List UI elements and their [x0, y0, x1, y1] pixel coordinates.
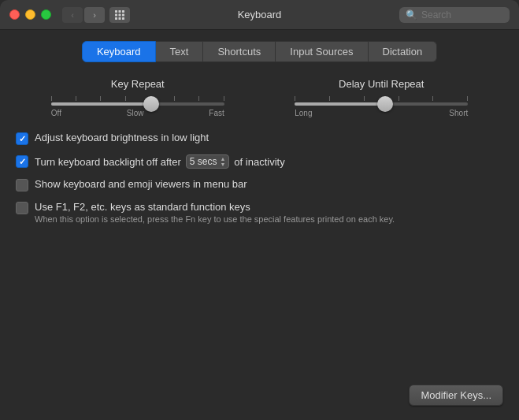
option-emoji: Show keyboard and emoji viewers in menu …: [16, 178, 503, 191]
sliders-section: Key Repeat Off Slow Fast: [16, 78, 503, 117]
fn-keys-sublabel: When this option is selected, press the …: [35, 214, 395, 224]
search-box[interactable]: 🔍: [399, 7, 510, 23]
emoji-label: Show keyboard and emoji viewers in menu …: [35, 178, 247, 190]
key-repeat-track[interactable]: [51, 102, 224, 106]
traffic-lights: [9, 9, 51, 20]
svg-rect-7: [119, 17, 121, 20]
search-icon: 🔍: [406, 9, 417, 20]
svg-rect-2: [122, 10, 124, 13]
nav-arrows: ‹ ›: [62, 7, 105, 23]
svg-rect-6: [115, 17, 117, 20]
maximize-button[interactable]: [41, 9, 51, 20]
delay-repeat-label: Delay Until Repeat: [339, 78, 424, 90]
tab-keyboard[interactable]: Keyboard: [82, 41, 156, 62]
back-button[interactable]: ‹: [62, 7, 83, 23]
key-repeat-marks: Off Slow Fast: [51, 109, 224, 117]
tab-dictation[interactable]: Dictation: [369, 41, 438, 62]
key-repeat-slider-group: Key Repeat Off Slow Fast: [35, 78, 240, 117]
tab-text[interactable]: Text: [156, 41, 204, 62]
tab-input-sources[interactable]: Input Sources: [276, 41, 368, 62]
search-input[interactable]: [421, 9, 503, 20]
close-button[interactable]: [9, 9, 20, 20]
key-repeat-off-label: Off: [51, 109, 61, 117]
backlight-value: 5 secs: [190, 156, 217, 167]
delay-short-label: Short: [449, 109, 468, 117]
delay-repeat-slider-group: Delay Until Repeat Long Short: [279, 78, 484, 117]
svg-rect-5: [122, 13, 124, 16]
svg-rect-4: [119, 13, 121, 16]
tab-bar: Keyboard Text Shortcuts Input Sources Di…: [16, 41, 503, 62]
bottom-bar: Modifier Keys...: [409, 385, 503, 406]
svg-rect-0: [115, 10, 117, 13]
svg-rect-3: [115, 13, 117, 16]
delay-repeat-thumb[interactable]: [377, 96, 393, 112]
emoji-checkbox[interactable]: [16, 179, 28, 191]
modifier-keys-button[interactable]: Modifier Keys...: [409, 385, 503, 406]
window-title: Keyboard: [238, 9, 282, 20]
fn-keys-checkbox[interactable]: [16, 202, 28, 214]
tab-shortcuts[interactable]: Shortcuts: [203, 41, 276, 62]
backlight-dropdown[interactable]: 5 secs ▲ ▼: [186, 154, 230, 169]
options-section: Adjust keyboard brightness in low light …: [16, 132, 503, 224]
stepper-down-icon[interactable]: ▼: [220, 162, 225, 167]
brightness-checkbox[interactable]: [16, 132, 28, 145]
key-repeat-thumb[interactable]: [143, 96, 159, 112]
main-content: Keyboard Text Shortcuts Input Sources Di…: [0, 30, 519, 249]
brightness-label: Adjust keyboard brightness in low light: [35, 132, 209, 143]
title-bar: ‹ › Keyboard 🔍: [0, 0, 519, 30]
fn-keys-label: Use F1, F2, etc. keys as standard functi…: [35, 201, 395, 213]
key-repeat-label: Key Repeat: [111, 78, 165, 90]
minimize-button[interactable]: [25, 9, 35, 20]
option-brightness: Adjust keyboard brightness in low light: [16, 132, 503, 145]
delay-repeat-track[interactable]: [295, 102, 468, 106]
delay-long-label: Long: [295, 109, 312, 117]
option-backlight: Turn keyboard backlight off after 5 secs…: [16, 154, 503, 169]
backlight-checkbox[interactable]: [16, 155, 28, 168]
key-repeat-slow-label: Slow: [127, 109, 144, 117]
key-repeat-ticks: [51, 96, 224, 101]
backlight-label: Turn keyboard backlight off after 5 secs…: [35, 154, 285, 169]
svg-rect-8: [122, 17, 124, 20]
key-repeat-fast-label: Fast: [209, 109, 224, 117]
grid-button[interactable]: [109, 7, 130, 23]
option-fn-keys: Use F1, F2, etc. keys as standard functi…: [16, 201, 503, 224]
svg-rect-1: [119, 10, 121, 13]
stepper-up-icon[interactable]: ▲: [220, 156, 225, 162]
forward-button[interactable]: ›: [84, 7, 105, 23]
